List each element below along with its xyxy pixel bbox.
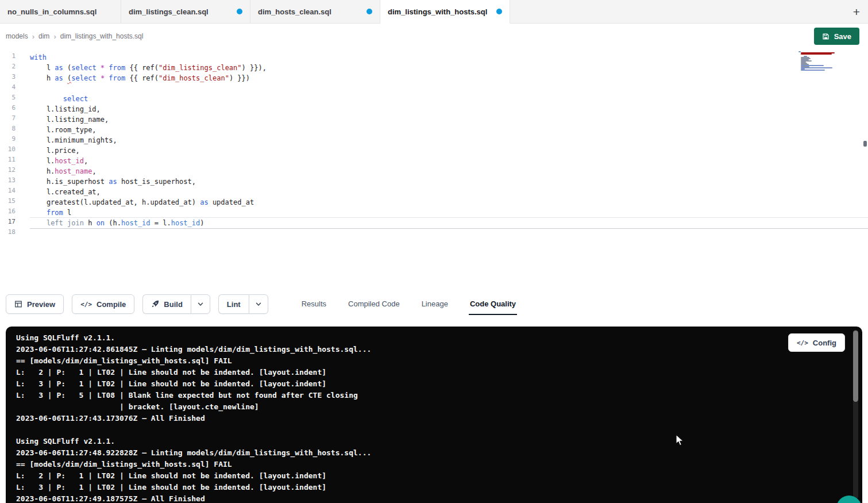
line-number: 2 [0, 63, 23, 73]
tab-no-nulls-in-columns-sql[interactable]: no_nulls_in_columns.sql [0, 0, 121, 24]
line-number: 6 [0, 104, 23, 114]
breadcrumb-segment-models: models [6, 32, 28, 40]
tab-label: no_nulls_in_columns.sql [7, 7, 97, 16]
action-toolbar: Preview </> Compile Build Lint [0, 293, 868, 315]
breadcrumb: models › dim › dim_listings_with_hosts.s… [6, 32, 143, 41]
save-floppy-icon [822, 33, 830, 40]
compile-label: Compile [97, 300, 126, 309]
preview-grid-icon [14, 300, 22, 308]
lint-label: Lint [227, 300, 241, 309]
terminal-line: == [models/dim/dim_listings_with_hosts.s… [16, 355, 839, 367]
code-line-7[interactable]: l.listing_name, [30, 114, 868, 125]
line-number: 11 [0, 156, 23, 166]
editor-tab-bar: no_nulls_in_columns.sql dim_listings_cle… [0, 0, 868, 24]
unsaved-changes-dot-icon[interactable] [496, 9, 502, 14]
line-number: 9 [0, 135, 23, 145]
code-line-6[interactable]: l.listing_id, [30, 104, 868, 114]
tab-dim-listings-with-hosts-sql[interactable]: dim_listings_with_hosts.sql [380, 0, 510, 24]
tab-label: dim_listings_clean.sql [129, 7, 209, 16]
terminal-scrollbar[interactable] [853, 330, 858, 499]
terminal-line: L: 3 | P: 5 | LT08 | Blank line expected… [16, 390, 839, 401]
terminal-line [16, 424, 839, 436]
code-line-5[interactable]: select [30, 94, 868, 104]
config-button[interactable]: </> Config [788, 333, 845, 352]
editor-line-numbers: 123456789101112131415161718 [0, 52, 23, 293]
terminal-line: L: 2 | P: 1 | LT02 | Line should not be … [16, 470, 839, 482]
chevron-right-icon: › [53, 32, 56, 41]
line-number: 14 [0, 187, 23, 197]
terminal-line: == [models/dim/dim_listings_with_hosts.s… [16, 459, 839, 470]
compile-button[interactable]: </> Compile [72, 294, 134, 314]
line-number: 13 [0, 176, 23, 187]
code-line-2[interactable]: l as (select * from {{ ref("dim_listings… [30, 63, 868, 73]
breadcrumb-bar: models › dim › dim_listings_with_hosts.s… [0, 24, 868, 49]
code-line-4[interactable] [30, 83, 868, 94]
line-number: 18 [0, 228, 23, 239]
terminal-line: Using SQLFluff v2.1.1. [16, 436, 839, 447]
tab-dim-listings-clean-sql[interactable]: dim_listings_clean.sql [121, 0, 250, 24]
editor-code-area[interactable]: with l as (select * from {{ ref("dim_lis… [23, 52, 868, 293]
build-button[interactable]: Build [142, 294, 191, 314]
editor-scrollbar[interactable] [862, 49, 867, 293]
lint-split-button: Lint [218, 294, 268, 314]
tab-dim-hosts-clean-sql[interactable]: dim_hosts_clean.sql [250, 0, 380, 24]
code-line-17[interactable]: left join h on (h.host_id = l.host_id) [30, 218, 868, 228]
code-line-1[interactable]: with [30, 52, 868, 63]
tab-label: dim_listings_with_hosts.sql [388, 7, 487, 16]
breadcrumb-segment-dim: dim [38, 32, 49, 40]
mouse-cursor [676, 434, 686, 447]
tab-lineage[interactable]: Lineage [421, 293, 449, 315]
unsaved-changes-dot-icon[interactable] [237, 9, 242, 14]
line-number: 8 [0, 125, 23, 135]
tab-bar-filler: + [510, 0, 868, 24]
code-line-18[interactable] [30, 228, 868, 239]
lint-options-dropdown[interactable] [249, 294, 268, 314]
code-line-11[interactable]: l.host_id, [30, 156, 868, 166]
unsaved-changes-dot-icon[interactable] [367, 9, 372, 14]
sql-code-editor[interactable]: 123456789101112131415161718 with l as (s… [0, 49, 868, 293]
code-line-3[interactable]: h as (select * from {{ ref("dim_hosts_cl… [30, 73, 868, 83]
code-line-12[interactable]: h.host_name, [30, 166, 868, 176]
build-label: Build [164, 300, 183, 309]
tab-label: dim_hosts_clean.sql [258, 7, 331, 16]
tab-compiled-code[interactable]: Compiled Code [347, 293, 401, 315]
minimap-line [801, 67, 832, 68]
terminal-line: | bracket. [layout.cte_newline] [16, 401, 839, 413]
terminal-scrollbar-thumb[interactable] [853, 331, 858, 402]
terminal-line: 2023-06-06T11:27:43.173076Z — All Finish… [16, 413, 839, 424]
lint-button[interactable]: Lint [218, 294, 249, 314]
code-line-14[interactable]: l.created_at, [30, 187, 868, 197]
code-brackets-icon: </> [80, 301, 92, 308]
chevron-down-icon [255, 301, 262, 308]
editor-scrollbar-thumb[interactable] [863, 141, 867, 147]
preview-button[interactable]: Preview [6, 294, 64, 314]
code-line-10[interactable]: l.price, [30, 145, 868, 156]
tab-code-quality[interactable]: Code Quality [469, 293, 517, 315]
minimap-line [801, 70, 825, 71]
code-line-8[interactable]: l.room_type, [30, 125, 868, 135]
code-line-13[interactable]: h.is_superhost as host_is_superhost, [30, 176, 868, 187]
code-line-9[interactable]: l.minimum_nights, [30, 135, 868, 145]
save-button[interactable]: Save [814, 28, 859, 45]
terminal-output: Using SQLFluff v2.1.1.2023-06-06T11:27:4… [16, 332, 839, 503]
result-panel-tabs: Results Compiled Code Lineage Code Quali… [300, 293, 517, 315]
build-split-button: Build [142, 294, 210, 314]
code-line-16[interactable]: from l [30, 208, 868, 218]
line-number: 4 [0, 83, 23, 94]
line-number: 16 [0, 208, 23, 218]
terminal-line: 2023-06-06T11:27:48.922828Z — Linting mo… [16, 447, 839, 459]
editor-minimap[interactable] [798, 51, 840, 72]
tab-results[interactable]: Results [300, 293, 327, 315]
code-line-15[interactable]: greatest(l.updated_at, h.updated_at) as … [30, 197, 868, 208]
chevron-right-icon: › [32, 32, 34, 41]
line-number: 12 [0, 166, 23, 176]
rocket-icon [151, 300, 159, 308]
new-tab-plus-icon[interactable]: + [853, 6, 860, 18]
terminal-line: L: 3 | P: 1 | LT02 | Line should not be … [16, 378, 839, 390]
terminal-line: 2023-06-06T11:27:42.861845Z — Linting mo… [16, 344, 839, 355]
minimap-line [801, 53, 832, 55]
terminal-panel: Using SQLFluff v2.1.1.2023-06-06T11:27:4… [6, 327, 862, 503]
build-options-dropdown[interactable] [191, 294, 210, 314]
line-number: 15 [0, 197, 23, 208]
terminal-line: Using SQLFluff v2.1.1. [16, 332, 839, 344]
